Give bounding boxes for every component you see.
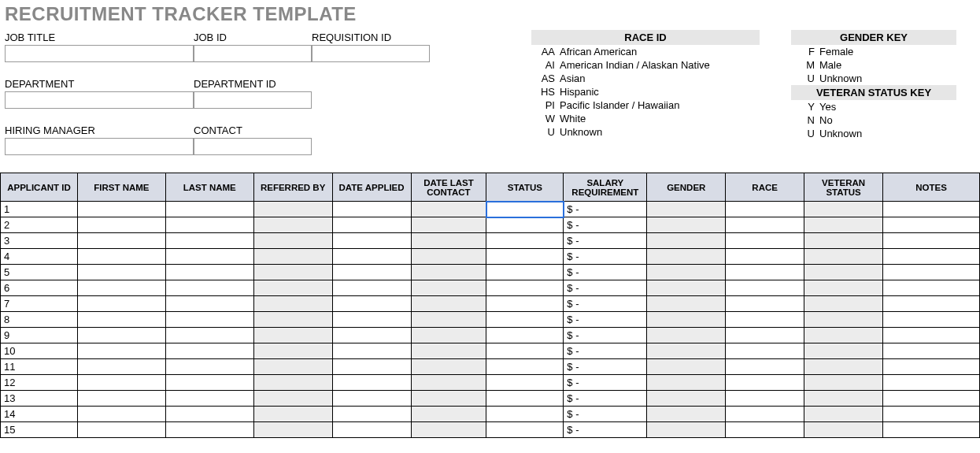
cell[interactable] [726,249,804,265]
cell[interactable] [647,296,726,312]
cell[interactable] [726,375,804,391]
cell[interactable]: $ - [564,359,647,375]
cell[interactable] [726,359,804,375]
cell[interactable] [804,312,883,328]
cell[interactable]: 6 [1,280,78,296]
cell[interactable]: $ - [564,391,647,407]
cell[interactable] [726,407,804,422]
cell[interactable] [486,328,564,343]
cell[interactable] [804,217,883,233]
cell[interactable]: 14 [1,407,78,422]
cell[interactable] [253,202,332,217]
cell[interactable] [332,233,411,249]
cell[interactable] [726,343,804,359]
cell[interactable] [883,312,980,328]
cell[interactable] [647,249,726,265]
cell[interactable] [883,202,980,217]
cell[interactable] [804,265,883,280]
cell[interactable] [411,343,486,359]
cell[interactable] [486,422,564,438]
cell[interactable]: $ - [564,407,647,422]
cell[interactable] [804,391,883,407]
cell[interactable] [253,328,332,343]
cell[interactable] [77,217,165,233]
cell[interactable] [411,296,486,312]
cell[interactable]: 10 [1,343,78,359]
cell[interactable] [253,359,332,375]
cell[interactable] [332,359,411,375]
cell[interactable]: $ - [564,422,647,438]
cell[interactable] [647,391,726,407]
cell[interactable] [165,407,253,422]
cell[interactable]: $ - [564,265,647,280]
cell[interactable]: $ - [564,296,647,312]
cell[interactable] [253,296,332,312]
cell[interactable] [726,312,804,328]
cell[interactable] [726,233,804,249]
cell[interactable] [332,422,411,438]
job-title-input[interactable] [5,45,194,62]
cell[interactable] [883,391,980,407]
cell[interactable] [165,202,253,217]
department-id-input[interactable] [194,91,312,109]
cell[interactable] [253,217,332,233]
contact-input[interactable] [194,138,312,155]
cell[interactable] [883,328,980,343]
cell[interactable]: $ - [564,375,647,391]
cell[interactable] [332,375,411,391]
cell[interactable] [486,391,564,407]
cell[interactable] [253,312,332,328]
cell[interactable] [804,233,883,249]
cell[interactable]: 9 [1,328,78,343]
cell[interactable]: $ - [564,328,647,343]
cell[interactable] [77,407,165,422]
cell[interactable] [165,312,253,328]
cell[interactable] [411,280,486,296]
cell[interactable] [883,359,980,375]
cell[interactable] [647,233,726,249]
cell[interactable]: 12 [1,375,78,391]
cell[interactable] [253,343,332,359]
cell[interactable]: 15 [1,422,78,438]
cell[interactable] [253,280,332,296]
cell[interactable] [647,217,726,233]
cell[interactable] [332,407,411,422]
cell[interactable] [883,280,980,296]
cell[interactable] [883,407,980,422]
cell[interactable] [804,296,883,312]
cell[interactable] [647,312,726,328]
cell[interactable] [165,280,253,296]
cell[interactable] [647,422,726,438]
cell[interactable] [411,359,486,375]
cell[interactable] [804,407,883,422]
cell[interactable] [486,233,564,249]
hiring-manager-input[interactable] [5,138,194,155]
cell[interactable] [253,233,332,249]
cell[interactable] [411,202,486,217]
cell[interactable]: 4 [1,249,78,265]
cell[interactable] [165,359,253,375]
cell[interactable] [253,265,332,280]
cell[interactable]: 2 [1,217,78,233]
cell[interactable] [883,422,980,438]
cell[interactable] [332,328,411,343]
cell[interactable] [165,217,253,233]
cell[interactable] [253,422,332,438]
job-id-input[interactable] [194,45,312,62]
cell[interactable] [647,280,726,296]
cell[interactable] [77,375,165,391]
cell[interactable]: $ - [564,217,647,233]
cell[interactable] [411,375,486,391]
cell[interactable] [804,422,883,438]
department-input[interactable] [5,91,194,109]
cell[interactable] [77,233,165,249]
cell[interactable] [411,422,486,438]
cell[interactable] [77,312,165,328]
cell[interactable] [647,375,726,391]
cell[interactable] [726,217,804,233]
cell[interactable] [726,265,804,280]
cell[interactable]: $ - [564,249,647,265]
cell[interactable] [332,265,411,280]
cell[interactable] [726,296,804,312]
cell[interactable] [165,422,253,438]
